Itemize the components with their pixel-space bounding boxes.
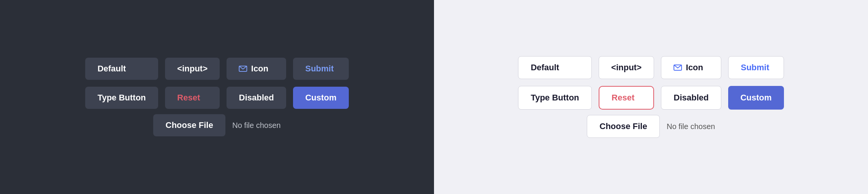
dark-input-button[interactable]: <input> xyxy=(165,58,220,80)
dark-custom-label: Custom xyxy=(305,93,337,103)
light-input-label: <input> xyxy=(611,63,641,73)
light-type-button-label: Type Button xyxy=(531,93,579,103)
light-icon-button[interactable]: Icon xyxy=(661,56,721,79)
dark-choose-file-button[interactable]: Choose File xyxy=(153,114,225,136)
light-choose-file-button[interactable]: Choose File xyxy=(587,115,660,138)
dark-icon-button[interactable]: Icon xyxy=(227,58,286,80)
light-button-grid: Default <input> Icon Submit Type Button … xyxy=(518,56,784,110)
light-disabled-label: Disabled xyxy=(674,93,709,103)
light-custom-label: Custom xyxy=(740,93,772,103)
dark-custom-button[interactable]: Custom xyxy=(293,87,349,109)
dark-default-label: Default xyxy=(97,64,126,74)
dark-default-button[interactable]: Default xyxy=(85,58,158,80)
dark-submit-label: Submit xyxy=(305,64,334,74)
dark-input-label: <input> xyxy=(177,64,207,74)
dark-file-row: Choose File No file chosen xyxy=(153,114,280,136)
light-file-row: Choose File No file chosen xyxy=(587,115,715,138)
dark-choose-file-label: Choose File xyxy=(165,120,213,130)
envelope-icon xyxy=(239,66,247,72)
dark-panel: Default <input> Icon Submit Type Button … xyxy=(0,0,434,194)
dark-disabled-label: Disabled xyxy=(239,93,274,103)
dark-reset-button[interactable]: Reset xyxy=(165,87,220,109)
light-reset-label: Reset xyxy=(612,93,635,103)
dark-no-file-text: No file chosen xyxy=(232,121,281,130)
light-submit-button[interactable]: Submit xyxy=(728,56,784,79)
light-choose-file-label: Choose File xyxy=(599,121,647,131)
dark-submit-button[interactable]: Submit xyxy=(293,58,349,80)
light-panel: Default <input> Icon Submit Type Button … xyxy=(434,0,868,194)
dark-reset-label: Reset xyxy=(177,93,200,103)
light-disabled-button[interactable]: Disabled xyxy=(661,86,721,110)
dark-button-grid: Default <input> Icon Submit Type Button … xyxy=(85,58,349,109)
dark-type-button-label: Type Button xyxy=(97,93,146,103)
light-type-button-button[interactable]: Type Button xyxy=(518,86,592,110)
light-custom-button[interactable]: Custom xyxy=(728,86,784,110)
light-icon-label: Icon xyxy=(686,63,703,73)
dark-type-button-button[interactable]: Type Button xyxy=(85,87,158,109)
light-submit-label: Submit xyxy=(741,63,769,73)
light-input-button[interactable]: <input> xyxy=(599,56,654,79)
dark-disabled-button[interactable]: Disabled xyxy=(227,87,286,109)
light-default-button[interactable]: Default xyxy=(518,56,592,79)
light-no-file-text: No file chosen xyxy=(667,122,715,131)
dark-icon-label: Icon xyxy=(251,64,268,74)
envelope-icon xyxy=(674,65,682,71)
light-reset-button[interactable]: Reset xyxy=(599,86,654,110)
light-default-label: Default xyxy=(531,63,559,73)
